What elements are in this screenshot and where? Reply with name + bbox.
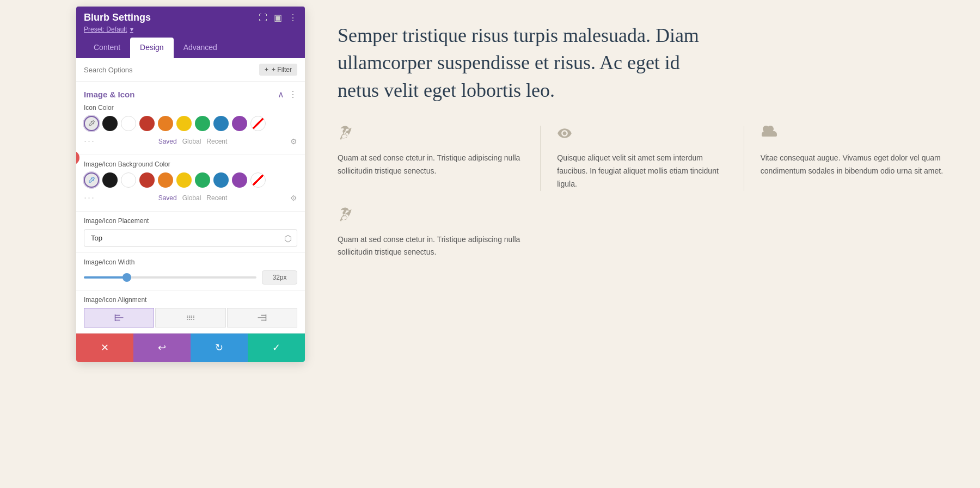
cancel-button[interactable]: ✕ — [76, 333, 133, 362]
filter-plus-icon: + — [265, 66, 268, 73]
blurb-grid-row1: Quam at sed conse ctetur in. Tristique a… — [338, 126, 947, 190]
color-more-dots[interactable]: ··· — [84, 135, 95, 147]
saved-tab-icon[interactable]: Saved — [158, 138, 177, 145]
purple-swatch-icon[interactable] — [232, 116, 247, 131]
blurb-icon-2 — [557, 126, 727, 143]
global-tab-bg[interactable]: Global — [182, 194, 201, 202]
panel-title: Blurb Settings — [84, 12, 151, 23]
width-slider-row: 32px — [84, 270, 297, 285]
orange-swatch-icon[interactable] — [158, 116, 173, 131]
search-bar: + + Filter — [76, 58, 305, 82]
width-slider-thumb[interactable] — [122, 273, 131, 282]
tab-advanced[interactable]: Advanced — [174, 38, 227, 58]
icon-color-tabs: Saved Global Recent — [158, 138, 228, 145]
tab-content[interactable]: Content — [84, 38, 130, 58]
width-slider-value[interactable]: 32px — [262, 270, 297, 285]
blurb-icon-1 — [338, 126, 524, 143]
blurb-item-6-empty — [744, 207, 947, 260]
width-slider-fill — [84, 276, 127, 279]
panel-header: Blurb Settings ⛶ ▣ ⋮ Preset: Default ▾ C… — [76, 7, 305, 58]
panel-title-icons: ⛶ ▣ ⋮ — [259, 13, 297, 23]
global-tab-icon[interactable]: Global — [182, 138, 201, 145]
placement-label: Image/Icon Placement — [84, 217, 297, 225]
alignment-buttons — [84, 308, 297, 328]
section-title: Image & Icon — [84, 90, 134, 99]
blurb-item-4: Quam at sed conse ctetur in. Tristique a… — [338, 207, 541, 260]
tab-design[interactable]: Design — [130, 38, 174, 58]
transparent-swatch-icon[interactable] — [250, 116, 266, 131]
panel-tabs: Content Design Advanced — [84, 38, 297, 58]
align-center-button[interactable] — [155, 308, 225, 328]
transparent-swatch-bg[interactable] — [250, 172, 266, 188]
hero-text: Semper tristique risus turpis malesuada.… — [338, 22, 719, 104]
bg-color-section: Image/Icon Background Color ··· Saved — [76, 160, 305, 212]
purple-swatch-bg[interactable] — [232, 172, 247, 188]
blurb-text-1: Quam at sed conse ctetur in. Tristique a… — [338, 152, 524, 178]
section-actions: ∧ ⋮ — [278, 89, 297, 100]
bg-color-footer: ··· Saved Global Recent ⚙ — [84, 192, 297, 203]
green-swatch-icon[interactable] — [195, 116, 210, 131]
panel-icon[interactable]: ▣ — [274, 13, 282, 23]
yellow-swatch-icon[interactable] — [176, 116, 192, 131]
preset-label[interactable]: Preset: Default — [84, 26, 127, 33]
orange-swatch-bg[interactable] — [158, 172, 173, 188]
align-right-button[interactable] — [227, 308, 297, 328]
width-slider-track[interactable] — [84, 276, 256, 279]
blurb-icon-3 — [761, 126, 947, 143]
alignment-field: Image/Icon Alignment — [76, 291, 305, 333]
search-input[interactable] — [84, 66, 259, 74]
white-swatch-bg[interactable] — [121, 172, 136, 188]
save-button[interactable]: ✓ — [248, 333, 305, 362]
red-swatch-icon[interactable] — [139, 116, 155, 131]
section-collapse-icon[interactable]: ∧ — [278, 89, 284, 100]
preset-arrow[interactable]: ▾ — [130, 26, 133, 33]
blurb-item-1: Quam at sed conse ctetur in. Tristique a… — [338, 126, 541, 190]
section-more-icon[interactable]: ⋮ — [289, 89, 297, 100]
expand-icon[interactable]: ⛶ — [259, 13, 267, 23]
bg-color-tabs: Saved Global Recent — [158, 194, 228, 202]
blue-swatch-icon[interactable] — [213, 116, 229, 131]
more-icon[interactable]: ⋮ — [289, 13, 297, 23]
eyedropper-swatch-bg[interactable] — [84, 172, 99, 188]
blurb-item-5-empty — [541, 207, 744, 260]
blue-swatch-bg[interactable] — [213, 172, 229, 188]
bg-color-label: Image/Icon Background Color — [84, 160, 297, 168]
placement-select-wrapper: Top Left Right ⬡ — [84, 229, 297, 247]
panel-body: + + Filter Image & Icon ∧ ⋮ Icon Color — [76, 58, 305, 333]
red-swatch-bg[interactable] — [139, 172, 155, 188]
icon-color-label: Icon Color — [84, 104, 297, 112]
black-swatch-icon[interactable] — [102, 116, 118, 131]
bg-color-more-dots[interactable]: ··· — [84, 192, 95, 203]
blurb-text-3: Vitae consequat augue. Vivamus eget dolo… — [761, 152, 947, 178]
image-icon-section-header: Image & Icon ∧ ⋮ — [76, 82, 305, 104]
saved-tab-bg[interactable]: Saved — [158, 194, 177, 202]
blurb-grid-row2: Quam at sed conse ctetur in. Tristique a… — [338, 207, 947, 260]
align-left-button[interactable] — [84, 308, 154, 328]
icon-color-section: Icon Color ··· Saved Global — [76, 104, 305, 155]
placement-field: Image/Icon Placement Top Left Right ⬡ — [76, 212, 305, 253]
recent-tab-bg[interactable]: Recent — [206, 194, 227, 202]
width-label: Image/Icon Width — [84, 258, 297, 266]
placement-select[interactable]: Top Left Right — [84, 229, 297, 247]
icon-color-footer: ··· Saved Global Recent ⚙ — [84, 135, 297, 147]
width-field: Image/Icon Width 32px — [76, 253, 305, 291]
color-settings-icon[interactable]: ⚙ — [290, 137, 297, 146]
action-bar: ✕ ↩ ↻ ✓ — [76, 333, 305, 362]
settings-panel: 1 2 3 Blurb Settings ⛶ ▣ ⋮ Preset: Defau… — [76, 7, 305, 362]
blurb-item-3: Vitae consequat augue. Vivamus eget dolo… — [744, 126, 947, 190]
alignment-label: Image/Icon Alignment — [84, 296, 297, 304]
undo-button[interactable]: ↩ — [133, 333, 191, 362]
white-swatch-icon[interactable] — [121, 116, 136, 131]
redo-button[interactable]: ↻ — [191, 333, 248, 362]
bg-color-swatches — [84, 172, 297, 188]
blurb-text-4: Quam at sed conse ctetur in. Tristique a… — [338, 233, 524, 260]
filter-button[interactable]: + + Filter — [259, 64, 297, 76]
green-swatch-bg[interactable] — [195, 172, 210, 188]
blurb-icon-4 — [338, 207, 524, 225]
eyedropper-swatch-icon[interactable] — [84, 116, 99, 131]
recent-tab-icon[interactable]: Recent — [206, 138, 227, 145]
bg-color-settings-icon[interactable]: ⚙ — [290, 194, 297, 202]
content-area: Semper tristique risus turpis malesuada.… — [305, 0, 980, 281]
black-swatch-bg[interactable] — [102, 172, 118, 188]
yellow-swatch-bg[interactable] — [176, 172, 192, 188]
